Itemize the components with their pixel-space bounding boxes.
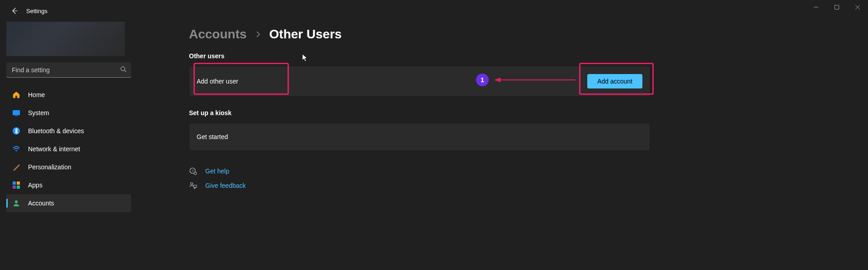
svg-point-10 — [15, 200, 18, 203]
wifi-icon — [12, 144, 21, 154]
svg-rect-0 — [835, 5, 839, 9]
svg-rect-8 — [13, 186, 16, 189]
sidebar-item-accounts[interactable]: Accounts — [6, 194, 131, 212]
svg-rect-7 — [17, 182, 20, 185]
arrow-left-icon — [11, 7, 18, 14]
sidebar-item-label: Bluetooth & devices — [28, 127, 84, 135]
close-button[interactable] — [847, 0, 868, 14]
maximize-icon — [835, 5, 839, 9]
minimize-icon — [814, 5, 818, 9]
add-other-user-row: Add other user Add account — [189, 66, 650, 97]
give-feedback-text: Give feedback — [205, 182, 246, 189]
sidebar-item-label: Personalization — [28, 163, 71, 171]
sidebar-item-label: Accounts — [28, 200, 54, 207]
profile-banner[interactable] — [6, 22, 125, 56]
search-input[interactable] — [6, 62, 131, 78]
svg-rect-2 — [13, 110, 20, 115]
svg-point-13 — [194, 172, 197, 175]
svg-point-5 — [15, 150, 17, 151]
svg-rect-15 — [193, 185, 197, 187]
svg-point-1 — [121, 67, 125, 71]
home-icon — [12, 90, 21, 99]
back-button[interactable] — [7, 4, 22, 18]
sidebar-item-label: System — [28, 109, 49, 116]
minimize-button[interactable] — [806, 0, 826, 14]
add-other-user-label: Add other user — [197, 78, 238, 85]
give-feedback-link[interactable]: Give feedback — [189, 182, 868, 190]
sidebar-item-apps[interactable]: Apps — [6, 176, 131, 194]
sidebar-item-system[interactable]: System — [6, 104, 131, 122]
feedback-icon — [189, 182, 197, 190]
maximize-button[interactable] — [826, 0, 847, 14]
brush-icon — [12, 163, 21, 172]
chevron-right-icon — [255, 29, 261, 40]
sidebar-item-personalization[interactable]: Personalization — [6, 158, 131, 176]
kiosk-get-started-label: Get started — [197, 133, 228, 140]
sidebar-item-label: Apps — [28, 182, 42, 189]
person-icon — [12, 199, 21, 208]
svg-rect-9 — [17, 186, 20, 189]
svg-text:?: ? — [192, 169, 194, 173]
titlebar: Settings — [0, 0, 868, 22]
svg-rect-3 — [15, 116, 18, 116]
section-heading-kiosk: Set up a kiosk — [189, 109, 868, 116]
sidebar-item-label: Network & internet — [28, 145, 80, 153]
window-title: Settings — [26, 8, 47, 14]
breadcrumb-parent[interactable]: Accounts — [189, 27, 247, 42]
svg-rect-6 — [13, 182, 16, 185]
footer-links: ? Get help Give feedback — [189, 167, 868, 190]
get-help-link[interactable]: ? Get help — [189, 167, 868, 175]
kiosk-get-started-row[interactable]: Get started — [189, 123, 650, 151]
section-heading-other-users: Other users — [189, 52, 868, 60]
sidebar-item-home[interactable]: Home — [6, 86, 131, 104]
breadcrumb-current: Other Users — [269, 27, 342, 42]
help-icon: ? — [189, 167, 197, 175]
bluetooth-icon — [12, 126, 21, 135]
sidebar: Home System Bluetooth & devices Network … — [0, 22, 137, 270]
window-controls — [806, 0, 868, 14]
add-account-button[interactable]: Add account — [587, 74, 642, 88]
apps-icon — [12, 181, 21, 190]
nav-list: Home System Bluetooth & devices Network … — [6, 86, 131, 212]
main-content: Accounts Other Users Other users Add oth… — [137, 22, 868, 270]
sidebar-item-bluetooth[interactable]: Bluetooth & devices — [6, 122, 131, 140]
sidebar-item-network[interactable]: Network & internet — [6, 140, 131, 158]
display-icon — [12, 108, 21, 117]
get-help-text: Get help — [205, 168, 229, 175]
breadcrumb: Accounts Other Users — [189, 27, 868, 42]
search-wrap — [6, 62, 131, 78]
svg-point-14 — [191, 183, 193, 185]
search-icon — [120, 66, 127, 74]
close-icon — [855, 5, 860, 9]
sidebar-item-label: Home — [28, 91, 45, 98]
